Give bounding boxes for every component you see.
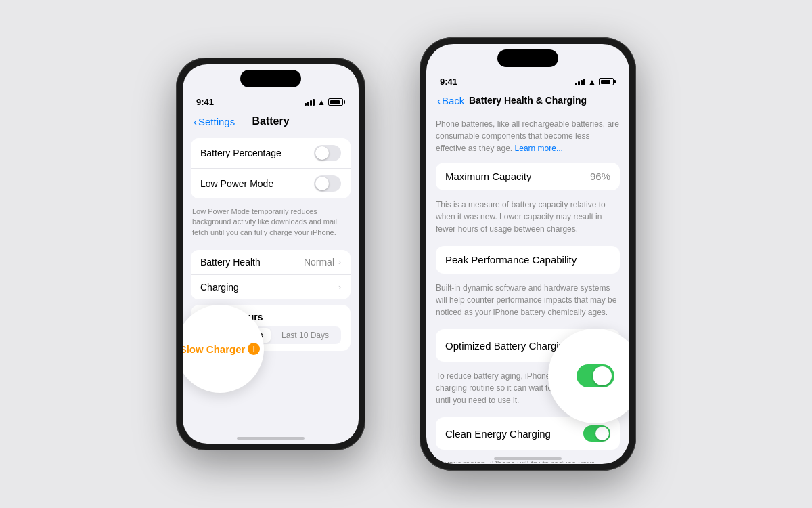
battery-icon [328, 98, 345, 106]
nav-bar-2: ‹ Back Battery Health & Charging [426, 92, 629, 111]
chevron-left-icon-2: ‹ [437, 95, 441, 106]
tab-10d[interactable]: Last 10 Days [271, 328, 340, 343]
max-capacity-section: Maximum Capacity 96% [436, 163, 620, 190]
slow-charger-label: Slow Charger [183, 343, 245, 355]
chevron-right-icon-charging: › [338, 282, 341, 292]
home-indicator-1 [237, 437, 304, 440]
low-power-row[interactable]: Low Power Mode [191, 169, 351, 198]
chevron-right-icon-health: › [338, 257, 341, 267]
peak-performance-desc: Built-in dynamic software and hardware s… [426, 278, 629, 325]
optimized-charging-label: Optimized Battery Charging [445, 340, 570, 352]
status-icons-1: ▲ [304, 98, 345, 107]
low-power-label: Low Power Mode [200, 178, 273, 189]
status-icons-2: ▲ [575, 77, 616, 87]
low-power-toggle[interactable] [314, 175, 341, 192]
clean-energy-label: Clean Energy Charging [445, 428, 551, 440]
slow-charger-badge: Slow Charger i [183, 305, 264, 393]
wifi-icon-2: ▲ [588, 77, 596, 87]
max-capacity-row: Maximum Capacity 96% [436, 163, 620, 190]
phone-1: 9:41 ▲ ‹ Sett [176, 58, 365, 450]
intro-text: Phone batteries, like all rechargeable b… [426, 111, 629, 158]
phone-1-screen: 9:41 ▲ ‹ Sett [183, 64, 359, 444]
charging-row[interactable]: Charging › [191, 275, 351, 299]
phone-2-screen: 9:41 ▲ ‹ Back [426, 44, 629, 464]
battery-icon-2 [599, 78, 616, 85]
nav-bar-1: ‹ Settings Battery [183, 112, 359, 133]
chevron-left-icon: ‹ [194, 116, 197, 127]
max-capacity-desc: This is a measure of battery capacity re… [426, 194, 629, 242]
clean-energy-toggle[interactable] [583, 425, 610, 442]
home-indicator-2 [494, 457, 562, 460]
learn-more-intro[interactable]: Learn more... [515, 144, 563, 153]
signal-icon-2 [575, 79, 585, 85]
peak-performance-section: Peak Performance Capability [436, 246, 620, 274]
info-icon[interactable]: i [248, 343, 260, 355]
battery-percentage-row[interactable]: Battery Percentage [191, 138, 351, 169]
wifi-icon: ▲ [317, 98, 325, 107]
signal-icon [304, 99, 315, 106]
battery-health-row[interactable]: Battery Health Normal › [191, 250, 351, 275]
battery-percentage-label: Battery Percentage [200, 148, 281, 158]
battery-health-label: Battery Health [200, 257, 261, 268]
battery-health-section: Battery Health Normal › Charging › [191, 250, 351, 299]
back-label-1: Settings [198, 116, 235, 127]
time-2: 9:41 [440, 77, 457, 87]
phone-2: 9:41 ▲ ‹ Back [420, 37, 636, 471]
back-button-2[interactable]: ‹ Back [437, 95, 464, 106]
dynamic-island-2 [497, 49, 558, 67]
toggle-section-1: Battery Percentage Low Power Mode [191, 138, 351, 198]
dynamic-island-1 [240, 70, 301, 87]
back-button-1[interactable]: ‹ Settings [194, 116, 235, 127]
battery-percentage-toggle[interactable] [314, 145, 341, 161]
max-capacity-label: Maximum Capacity [445, 171, 532, 182]
peak-performance-row: Peak Performance Capability [436, 246, 620, 274]
charging-label: Charging [200, 282, 239, 293]
peak-performance-label: Peak Performance Capability [445, 254, 577, 266]
nav-title-2: Battery Health & Charging [469, 95, 587, 106]
max-capacity-value: 96% [590, 171, 610, 182]
low-power-desc: Low Power Mode temporarily reduces backg… [183, 204, 359, 245]
battery-health-value: Normal [304, 257, 334, 268]
nav-title-1: Battery [252, 115, 289, 127]
time-1: 9:41 [196, 97, 214, 107]
back-label-2: Back [442, 95, 464, 106]
toggle-large [577, 364, 614, 387]
